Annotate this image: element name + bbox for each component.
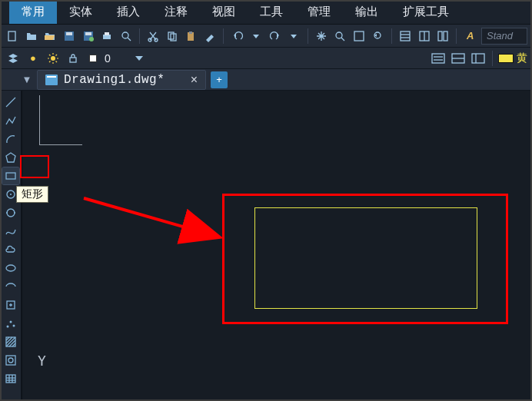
redo-dropdown[interactable] bbox=[286, 28, 302, 45]
layer-dropdown-arrow[interactable] bbox=[131, 50, 148, 67]
print-button[interactable] bbox=[99, 28, 115, 45]
pan-button[interactable] bbox=[313, 28, 329, 45]
match-prop-button[interactable] bbox=[202, 28, 218, 45]
svg-rect-15 bbox=[189, 31, 192, 34]
layer-lightbulb-icon[interactable]: ● bbox=[25, 50, 42, 67]
ribbon-tab-annotate[interactable]: 注释 bbox=[152, 0, 200, 24]
ribbon-tab-entity[interactable]: 实体 bbox=[57, 0, 105, 24]
print-preview-button[interactable] bbox=[118, 28, 134, 45]
toolbar-row-1: A Stand bbox=[0, 25, 532, 48]
svg-rect-25 bbox=[438, 31, 442, 41]
svg-rect-20 bbox=[401, 31, 410, 41]
rectangle-tool[interactable] bbox=[2, 167, 19, 184]
hatch-tool[interactable] bbox=[2, 333, 19, 350]
svg-rect-37 bbox=[432, 54, 444, 63]
zoom-window-button[interactable] bbox=[332, 28, 348, 45]
svg-line-44 bbox=[6, 98, 15, 107]
ribbon-tab-home[interactable]: 常用 bbox=[9, 0, 57, 24]
save-button[interactable] bbox=[62, 28, 78, 45]
linetype-button-3[interactable] bbox=[470, 50, 487, 67]
undo-button[interactable] bbox=[229, 28, 245, 45]
new-document-button[interactable]: + bbox=[211, 71, 228, 88]
region-tool[interactable] bbox=[2, 352, 19, 369]
svg-line-65 bbox=[84, 198, 218, 237]
svg-point-48 bbox=[10, 194, 12, 195]
ellipse-arc-tool[interactable] bbox=[2, 278, 19, 295]
save-as-button[interactable] bbox=[80, 28, 96, 45]
table-tool[interactable] bbox=[2, 370, 19, 387]
ribbon-tabs: 常用 实体 插入 注释 视图 工具 管理 输出 扩展工具 bbox=[0, 0, 532, 25]
zoom-prev-button[interactable] bbox=[370, 28, 386, 45]
point-tool[interactable] bbox=[2, 315, 19, 332]
block-insert-tool[interactable] bbox=[2, 297, 19, 313]
ucs-y-label: Y bbox=[38, 353, 46, 369]
new-file-button[interactable] bbox=[5, 28, 21, 45]
svg-point-51 bbox=[14, 212, 15, 214]
toolbar-row-2: ● 0 黄 bbox=[0, 48, 532, 69]
drawn-rectangle bbox=[254, 207, 477, 309]
svg-point-56 bbox=[12, 325, 15, 327]
svg-point-52 bbox=[6, 265, 15, 271]
separator bbox=[308, 28, 308, 44]
line-tool[interactable] bbox=[2, 94, 19, 111]
text-style-input[interactable]: Stand bbox=[481, 28, 527, 45]
paste-button[interactable] bbox=[183, 28, 199, 45]
drawing-canvas[interactable]: 矩形 Y bbox=[22, 91, 532, 401]
ribbon-tab-ext[interactable]: 扩展工具 bbox=[391, 0, 461, 24]
document-title: Drawing1.dwg* bbox=[64, 73, 165, 87]
svg-rect-46 bbox=[6, 173, 15, 179]
layer-name-label[interactable]: 0 bbox=[105, 52, 128, 65]
properties-button[interactable] bbox=[397, 28, 414, 45]
ellipse-tool[interactable] bbox=[2, 260, 19, 277]
svg-point-16 bbox=[336, 32, 342, 38]
ribbon-tab-insert[interactable]: 插入 bbox=[105, 0, 152, 24]
svg-point-27 bbox=[51, 56, 55, 61]
crosshair-v bbox=[39, 95, 40, 144]
polyline-tool[interactable] bbox=[2, 112, 19, 129]
layer-color-icon[interactable] bbox=[85, 50, 101, 67]
layer-manager-button[interactable] bbox=[5, 50, 22, 67]
svg-rect-18 bbox=[354, 31, 364, 41]
separator bbox=[391, 28, 392, 44]
layer-sun-icon[interactable] bbox=[45, 50, 62, 67]
layer-lock-icon[interactable] bbox=[65, 50, 81, 67]
color-swatch-icon bbox=[498, 54, 514, 63]
arc-tool[interactable] bbox=[2, 131, 19, 147]
color-dropdown[interactable]: 黄 bbox=[498, 51, 527, 65]
svg-rect-0 bbox=[8, 31, 15, 41]
close-document-button[interactable]: × bbox=[191, 73, 198, 87]
open-button[interactable] bbox=[24, 28, 40, 45]
linetype-button-2[interactable] bbox=[450, 50, 467, 67]
undo-dropdown[interactable] bbox=[248, 28, 264, 45]
copy-button[interactable] bbox=[165, 28, 181, 45]
open-folder-button[interactable] bbox=[42, 28, 58, 45]
svg-line-34 bbox=[49, 61, 51, 62]
ribbon-tab-output[interactable]: 输出 bbox=[343, 0, 391, 24]
separator bbox=[456, 28, 457, 44]
design-center-button[interactable] bbox=[416, 28, 432, 45]
svg-point-49 bbox=[7, 209, 15, 217]
zoom-extents-button[interactable] bbox=[351, 28, 367, 45]
ribbon-tab-view[interactable]: 视图 bbox=[200, 0, 248, 24]
ribbon-tab-manage[interactable]: 管理 bbox=[295, 0, 343, 24]
cut-button[interactable] bbox=[145, 28, 161, 45]
tool-palettes-button[interactable] bbox=[435, 28, 451, 45]
spline-tool[interactable] bbox=[2, 223, 19, 240]
doc-tab-menu-arrow[interactable]: ▼ bbox=[22, 75, 32, 85]
svg-rect-60 bbox=[6, 375, 15, 383]
circle-2pt-tool[interactable] bbox=[2, 204, 19, 221]
draw-toolbar bbox=[0, 91, 22, 401]
polygon-tool[interactable] bbox=[2, 149, 19, 166]
ribbon-tab-tools[interactable]: 工具 bbox=[248, 0, 295, 24]
svg-point-54 bbox=[6, 326, 8, 328]
text-style-button[interactable]: A bbox=[462, 28, 478, 45]
document-tab[interactable]: Drawing1.dwg* × bbox=[37, 70, 206, 90]
svg-point-55 bbox=[9, 321, 12, 323]
linetype-button-1[interactable] bbox=[430, 50, 447, 67]
svg-rect-58 bbox=[6, 356, 15, 365]
annotation-arrow-icon bbox=[81, 192, 234, 254]
redo-button[interactable] bbox=[267, 28, 283, 45]
rectangle-tooltip: 矩形 bbox=[16, 186, 48, 203]
revcloud-tool[interactable] bbox=[2, 241, 19, 258]
svg-rect-26 bbox=[444, 31, 447, 41]
